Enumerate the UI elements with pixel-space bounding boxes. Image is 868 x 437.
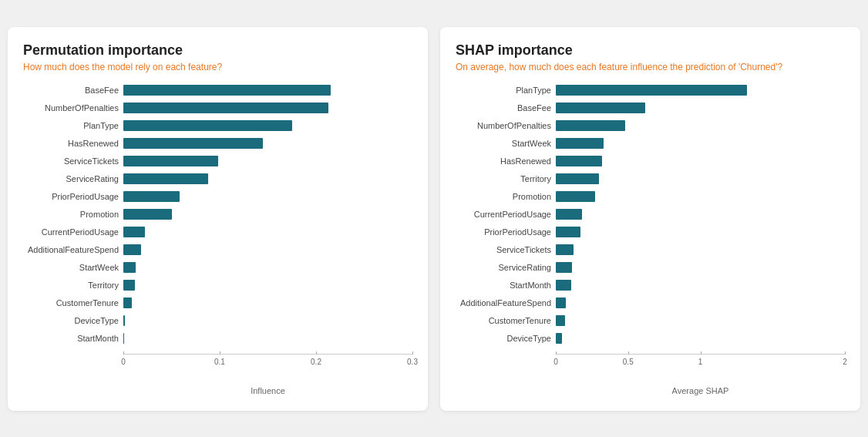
bar-fill <box>556 227 580 237</box>
bar-label: ServiceRating <box>23 174 123 183</box>
bar-label: PlanType <box>456 86 556 95</box>
bar-track <box>556 297 845 308</box>
bar-label: StartWeek <box>23 263 123 272</box>
bar-track <box>123 227 412 237</box>
bar-track <box>123 297 412 308</box>
shap-title: SHAP importance <box>456 42 845 59</box>
permutation-chart-card: Permutation importance How much does the… <box>8 27 428 411</box>
bar-label: NumberOfPenalties <box>23 103 123 113</box>
bar-row: Promotion <box>23 207 412 221</box>
bar-row: StartMonth <box>23 331 412 345</box>
bar-label: CurrentPeriodUsage <box>456 210 556 219</box>
bar-label: NumberOfPenalties <box>456 121 556 130</box>
bar-row: Promotion <box>456 190 845 203</box>
bar-row: BaseFee <box>456 101 845 115</box>
bar-fill <box>556 262 572 273</box>
x-tick-label: 0 <box>553 358 558 366</box>
bar-row: StartWeek <box>23 261 412 274</box>
bar-row: DeviceType <box>23 314 412 328</box>
bar-fill <box>123 280 135 291</box>
permutation-x-label: Influence <box>123 386 412 395</box>
bar-track <box>556 191 845 202</box>
bar-fill <box>123 227 145 237</box>
bar-row: AdditionalFeatureSpend <box>456 296 845 310</box>
bar-row: PriorPeriodUsage <box>23 190 412 203</box>
permutation-chart-area: BaseFeeNumberOfPenaltiesPlanTypeHasRenew… <box>23 83 412 349</box>
x-tick-label: 0.3 <box>407 358 418 366</box>
bar-fill <box>123 85 331 96</box>
bar-label: PlanType <box>23 121 123 130</box>
bar-track <box>123 262 412 273</box>
bar-track <box>556 333 845 344</box>
bar-fill <box>556 138 604 149</box>
bar-fill <box>123 173 208 184</box>
bar-fill <box>556 209 582 220</box>
bar-label: Territory <box>23 281 123 290</box>
shap-chart-card: SHAP importance On average, how much doe… <box>440 27 860 411</box>
x-tick-label: 0 <box>121 358 126 366</box>
bar-fill <box>123 103 328 113</box>
bar-fill <box>556 103 645 113</box>
bar-label: BaseFee <box>23 86 123 95</box>
bar-row: CurrentPeriodUsage <box>456 207 845 221</box>
x-tick-line <box>701 351 701 355</box>
bar-fill <box>556 244 574 255</box>
main-container: Permutation importance How much does the… <box>8 27 860 411</box>
bar-label: HasRenewed <box>456 156 556 166</box>
bar-track <box>123 156 412 166</box>
bar-row: PlanType <box>23 119 412 133</box>
bar-track <box>556 227 845 237</box>
bar-track <box>123 280 412 291</box>
permutation-title: Permutation importance <box>23 42 412 59</box>
bar-fill <box>556 280 571 291</box>
bar-fill <box>123 244 141 255</box>
bar-row: ServiceRating <box>456 261 845 274</box>
bar-label: DeviceType <box>456 334 556 343</box>
bar-fill <box>556 315 565 326</box>
bar-label: CustomerTenure <box>456 316 556 325</box>
x-tick-label: 1 <box>698 358 703 366</box>
bar-row: ServiceTickets <box>456 243 845 257</box>
bar-fill <box>556 156 602 166</box>
bar-track <box>556 262 845 273</box>
bar-label: PriorPeriodUsage <box>23 192 123 201</box>
bar-fill <box>123 156 218 166</box>
x-tick-line <box>556 351 557 355</box>
bar-label: StartMonth <box>23 334 123 343</box>
bar-fill <box>556 173 599 184</box>
shap-x-label: Average SHAP <box>556 386 845 395</box>
bar-fill <box>556 120 625 131</box>
bar-fill <box>556 333 562 344</box>
bar-label: CustomerTenure <box>23 298 123 308</box>
bar-label: CurrentPeriodUsage <box>23 227 123 237</box>
bar-row: NumberOfPenalties <box>456 119 845 133</box>
bar-label: Promotion <box>456 192 556 201</box>
bar-row: Territory <box>23 278 412 292</box>
bar-row: AdditionalFeatureSpend <box>23 243 412 257</box>
bar-track <box>556 209 845 220</box>
bar-track <box>556 103 845 113</box>
bar-label: StartMonth <box>456 281 556 290</box>
bar-row: Territory <box>456 172 845 186</box>
bar-label: DeviceType <box>23 316 123 325</box>
bar-label: HasRenewed <box>23 139 123 148</box>
permutation-subtitle: How much does the model rely on each fea… <box>23 62 412 72</box>
x-tick-label: 2 <box>843 358 847 366</box>
bar-label: ServiceRating <box>456 263 556 272</box>
bar-label: Promotion <box>23 210 123 219</box>
bar-fill <box>123 138 263 149</box>
x-tick-line <box>316 351 317 355</box>
bar-row: NumberOfPenalties <box>23 101 412 115</box>
bar-row: CurrentPeriodUsage <box>23 225 412 239</box>
x-tick-line <box>412 351 413 355</box>
bar-track <box>556 138 845 149</box>
bar-row: ServiceRating <box>23 172 412 186</box>
bar-track <box>123 120 412 131</box>
bar-track <box>123 191 412 202</box>
bar-track <box>123 103 412 113</box>
bar-track <box>556 173 845 184</box>
bar-row: DeviceType <box>456 331 845 345</box>
bar-label: StartWeek <box>456 139 556 148</box>
bar-track <box>556 120 845 131</box>
x-tick-label: 0.5 <box>623 358 634 366</box>
